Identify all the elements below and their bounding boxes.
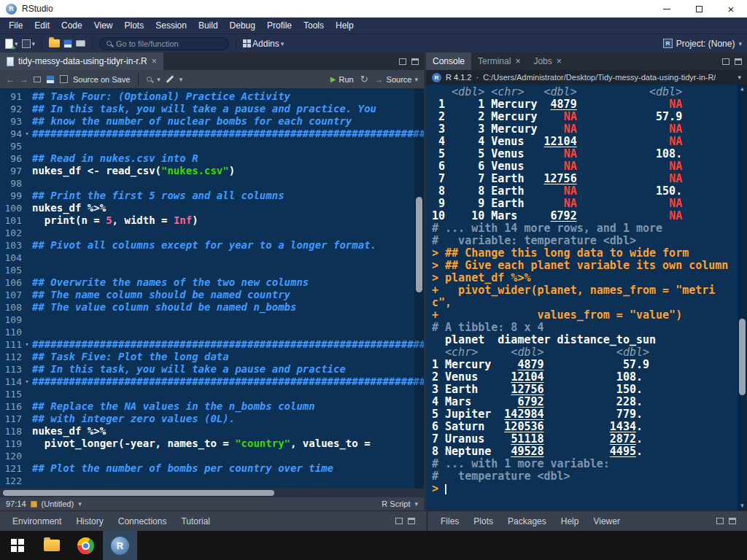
menu-profile[interactable]: Profile	[261, 18, 298, 33]
magic-wand-icon[interactable]	[166, 75, 174, 83]
tab-tutorial[interactable]: Tutorial	[174, 513, 217, 529]
code-line[interactable]: 98	[0, 177, 424, 190]
taskbar-chrome-button[interactable]	[69, 531, 103, 560]
close-icon[interactable]: ×	[515, 56, 520, 66]
code-line[interactable]: 121## Plot the number of bombs per count…	[0, 462, 424, 475]
source-on-save-checkbox[interactable]	[60, 75, 68, 83]
code-line[interactable]: 103## Pivot all columns except for year …	[0, 239, 424, 252]
code-line[interactable]: 99## Print the first 5 rows and all colu…	[0, 190, 424, 202]
code-line[interactable]: 93## know the number of nuclear bombs fo…	[0, 115, 424, 128]
menu-debug[interactable]: Debug	[224, 18, 261, 33]
menu-session[interactable]: Session	[150, 18, 193, 33]
code-line[interactable]: 100nukes_df %>%	[0, 202, 424, 214]
editor-tab[interactable]: tidy-messy-data-using-tidyr-in-r.R ×	[0, 52, 163, 70]
fold-marker-icon[interactable]: ▾	[22, 376, 32, 388]
code-line[interactable]: 119 pivot_longer(-year, names_to = "coun…	[0, 438, 424, 450]
new-file-button[interactable]: + ▾	[5, 39, 18, 49]
minimize-pane-icon[interactable]	[716, 518, 724, 524]
tab-console[interactable]: Console	[426, 52, 471, 70]
menu-tools[interactable]: Tools	[298, 18, 330, 33]
taskbar-explorer-button[interactable]	[34, 531, 69, 560]
forward-icon[interactable]: →	[20, 75, 28, 84]
code-line[interactable]: 117## with integer zero values (0L).	[0, 413, 424, 425]
goto-file-function-input[interactable]: Go to file/function	[99, 37, 229, 50]
code-line[interactable]: 106## Overwrite the names of the two new…	[0, 276, 424, 289]
code-line[interactable]: 92## In this task, you will take a pause…	[0, 103, 424, 115]
maximize-pane-icon[interactable]	[729, 518, 736, 524]
code-editor[interactable]: 91## Task Four: (Optional) Practice Acti…	[0, 89, 424, 489]
code-line[interactable]: 108## The value column should be named n…	[0, 301, 424, 314]
tab-history[interactable]: History	[69, 513, 109, 529]
scrollbar-thumb[interactable]	[416, 197, 422, 293]
code-line[interactable]: 118nukes_df %>%	[0, 425, 424, 438]
tab-connections[interactable]: Connections	[112, 513, 174, 529]
popout-icon[interactable]	[34, 77, 41, 82]
code-line[interactable]: 109	[0, 314, 424, 326]
code-line[interactable]: 111▾####################################…	[0, 338, 424, 351]
source-button[interactable]: → Source ▾	[375, 75, 418, 84]
code-line[interactable]: 91## Task Four: (Optional) Practice Acti…	[0, 90, 424, 103]
new-project-button[interactable]: ▾	[22, 39, 36, 48]
window-minimize-button[interactable]	[651, 0, 683, 18]
code-line[interactable]: 104	[0, 252, 424, 264]
menu-help[interactable]: Help	[330, 18, 360, 33]
menu-edit[interactable]: Edit	[28, 18, 55, 33]
back-icon[interactable]: ←	[6, 75, 15, 84]
window-maximize-button[interactable]	[683, 0, 715, 18]
maximize-pane-icon[interactable]	[411, 58, 419, 65]
fold-marker-icon[interactable]: ▾	[22, 338, 32, 351]
tab-help[interactable]: Help	[554, 513, 586, 529]
code-line[interactable]: 120	[0, 450, 424, 462]
save-button[interactable]	[63, 39, 72, 48]
minimize-pane-icon[interactable]	[399, 58, 406, 65]
editor-horizontal-scrollbar[interactable]	[0, 489, 424, 497]
rerun-icon[interactable]: ↻	[360, 74, 368, 84]
console-working-directory[interactable]: C:/Users/Administrator/Desktop/Tidy-mess…	[483, 73, 716, 82]
document-outline-selector[interactable]: (Untitled)	[42, 499, 74, 508]
run-button[interactable]: ▶ Run	[330, 75, 354, 84]
menu-plots[interactable]: Plots	[119, 18, 150, 33]
close-icon[interactable]: ×	[152, 56, 157, 66]
search-icon[interactable]	[147, 77, 152, 82]
editor-vertical-scrollbar[interactable]	[414, 89, 424, 489]
scroll-down-icon[interactable]: ▼	[738, 502, 747, 510]
print-button[interactable]	[76, 40, 85, 47]
tab-terminal[interactable]: Terminal ×	[471, 52, 527, 70]
start-button[interactable]	[0, 531, 34, 560]
tab-viewer[interactable]: Viewer	[587, 513, 626, 529]
code-line[interactable]: 107## The name column should be named co…	[0, 289, 424, 301]
minimize-pane-icon[interactable]	[395, 518, 403, 524]
minimize-pane-icon[interactable]	[722, 58, 729, 65]
close-icon[interactable]: ×	[557, 56, 562, 66]
code-line[interactable]: 113## In this task, you will take a paus…	[0, 363, 424, 376]
scrollbar-thumb[interactable]	[739, 319, 746, 395]
maximize-pane-icon[interactable]	[735, 58, 742, 65]
save-icon[interactable]	[46, 75, 55, 84]
code-line[interactable]: 115	[0, 388, 424, 400]
code-line[interactable]: 114▾####################################…	[0, 376, 424, 388]
tab-environment[interactable]: Environment	[6, 513, 68, 529]
code-line[interactable]: 101 print(n = 5, width = Inf)	[0, 214, 424, 227]
menu-file[interactable]: File	[3, 18, 28, 33]
menu-code[interactable]: Code	[55, 18, 88, 33]
code-line[interactable]: 112## Task Five: Plot the long data	[0, 351, 424, 363]
window-close-button[interactable]: ×	[715, 0, 747, 18]
console-vertical-scrollbar[interactable]: ▲ ▼	[738, 85, 747, 510]
code-line[interactable]: 105	[0, 264, 424, 276]
code-line[interactable]: 96## Read in nukes.csv into R	[0, 152, 424, 165]
code-line[interactable]: 116## Replace the NA values in the n_bom…	[0, 400, 424, 413]
chevron-down-icon[interactable]: ▾	[738, 74, 741, 81]
code-line[interactable]: 110	[0, 326, 424, 338]
taskbar-rstudio-button[interactable]: R	[103, 531, 137, 560]
code-line[interactable]: 102	[0, 227, 424, 239]
code-line[interactable]: 97nukes_df <- read_csv("nukes.csv")	[0, 165, 424, 177]
tab-jobs[interactable]: Jobs ×	[527, 52, 568, 70]
file-type-selector[interactable]: R Script	[382, 499, 410, 508]
console-output[interactable]: <dbl> <chr> <dbl> <dbl> 1 1 Mercury 4879…	[426, 85, 747, 510]
open-file-button[interactable]	[49, 39, 60, 47]
tab-plots[interactable]: Plots	[467, 513, 500, 529]
code-line[interactable]: 122	[0, 475, 424, 487]
maximize-pane-icon[interactable]	[408, 518, 415, 524]
scroll-up-icon[interactable]: ▲	[738, 85, 747, 93]
fold-marker-icon[interactable]: ▾	[22, 128, 32, 140]
